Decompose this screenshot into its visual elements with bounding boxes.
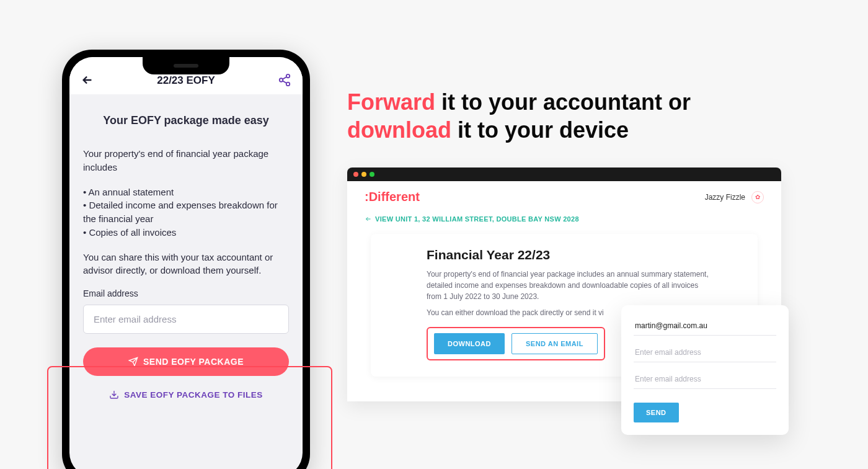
eofy-share-text: You can share this with your tax account… xyxy=(83,251,289,278)
save-to-files-button[interactable]: SAVE EOFY PACKAGE TO FILES xyxy=(83,380,289,409)
popover-email-2[interactable] xyxy=(634,343,776,362)
arrow-left-icon xyxy=(365,215,372,223)
browser-titlebar xyxy=(347,168,781,181)
window-maximize-icon xyxy=(370,172,374,177)
breadcrumb-text: VIEW UNIT 1, 32 WILLIAM STREET, DOUBLE B… xyxy=(375,215,579,223)
headline-accent: Forward xyxy=(347,89,435,115)
eofy-bullet: • Detailed income and expenses breakdown… xyxy=(83,199,289,226)
headline-accent: download xyxy=(347,117,451,143)
eofy-heading: Your EOFY package made easy xyxy=(83,114,289,127)
user-menu[interactable]: Jazzy Fizzle ✿ xyxy=(705,191,764,203)
svg-point-1 xyxy=(280,78,283,82)
button-highlight: DOWNLOAD SEND AN EMAIL xyxy=(427,327,605,360)
popover-email-1[interactable] xyxy=(634,316,776,336)
phone-notch xyxy=(143,57,229,74)
share-icon[interactable] xyxy=(278,73,291,87)
screen-title: 22/23 EOFY xyxy=(69,74,303,87)
popover-send-button[interactable]: SEND xyxy=(634,403,679,422)
marketing-headline: Forward it to your accountant or downloa… xyxy=(347,88,732,144)
back-arrow-icon[interactable] xyxy=(81,73,94,87)
breadcrumb[interactable]: VIEW UNIT 1, 32 WILLIAM STREET, DOUBLE B… xyxy=(365,215,764,223)
user-name: Jazzy Fizzle xyxy=(705,193,745,202)
save-to-files-label: SAVE EOFY PACKAGE TO FILES xyxy=(124,390,263,400)
send-package-button[interactable]: SEND EOFY PACKAGE xyxy=(83,347,289,376)
window-close-icon xyxy=(353,172,358,177)
fy-description: Your property's end of financial year pa… xyxy=(427,269,714,302)
download-icon xyxy=(109,390,119,400)
eofy-intro: Your property's end of financial year pa… xyxy=(83,147,289,174)
send-email-button[interactable]: SEND AN EMAIL xyxy=(512,333,598,354)
avatar-icon: ✿ xyxy=(751,191,764,203)
web-header: :Different Jazzy Fizzle ✿ xyxy=(365,190,764,204)
window-minimize-icon xyxy=(361,172,366,177)
svg-point-0 xyxy=(286,74,290,78)
send-icon xyxy=(128,357,138,367)
popover-email-3[interactable] xyxy=(634,370,776,389)
email-popover: SEND xyxy=(621,305,789,435)
eofy-bullet: • An annual statement xyxy=(83,185,289,199)
phone-screen: 22/23 EOFY Your EOFY package made easy Y… xyxy=(69,57,303,469)
email-label: Email address xyxy=(83,288,289,298)
logo: :Different xyxy=(365,190,420,204)
phone-mockup: 22/23 EOFY Your EOFY package made easy Y… xyxy=(62,50,310,469)
fy-title: Financial Year 22/23 xyxy=(427,248,714,262)
svg-point-2 xyxy=(286,83,290,86)
eofy-bullet: • Copies of all invoices xyxy=(83,226,289,239)
download-button[interactable]: DOWNLOAD xyxy=(434,333,505,354)
send-package-label: SEND EOFY PACKAGE xyxy=(143,357,244,367)
browser-mockup: :Different Jazzy Fizzle ✿ VIEW UNIT 1, 3… xyxy=(347,168,781,401)
email-input[interactable] xyxy=(83,305,289,334)
